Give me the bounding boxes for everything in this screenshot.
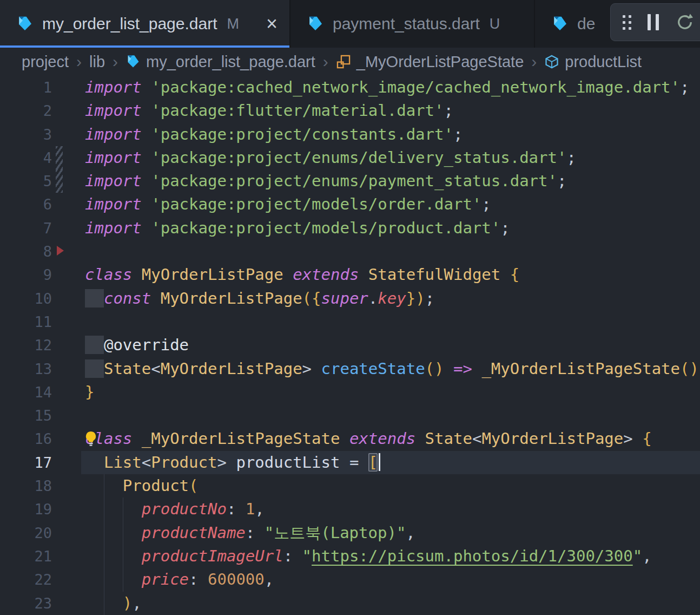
- code-line[interactable]: 10 const MyOrderListPage({super.key});: [0, 287, 700, 310]
- breadcrumb-item-file[interactable]: my_order_list_page.dart: [126, 53, 315, 71]
- gutter[interactable]: 22: [0, 568, 81, 591]
- gutter[interactable]: 14: [0, 381, 81, 404]
- code-content: const MyOrderListPage({super.key});: [81, 287, 700, 310]
- line-number: 3: [0, 123, 52, 146]
- gutter[interactable]: 11: [0, 310, 81, 333]
- indent-guide: [123, 498, 124, 521]
- code-content: [81, 404, 700, 427]
- editor[interactable]: 1import 'package:cached_network_image/ca…: [0, 76, 700, 615]
- code-line[interactable]: 3import 'package:project/constants.dart'…: [0, 123, 700, 146]
- code-line[interactable]: 22 price: 600000,: [0, 568, 700, 591]
- code-content: import 'package:project/enums/delivery_s…: [81, 146, 700, 169]
- chevron-right-icon: ›: [531, 53, 537, 71]
- gutter[interactable]: 15: [0, 404, 81, 427]
- dart-icon: [307, 15, 324, 32]
- line-number: 18: [0, 474, 52, 498]
- code-content: price: 600000,: [81, 568, 700, 591]
- git-modified-stripe: [56, 169, 63, 193]
- code-line[interactable]: 11: [0, 310, 700, 333]
- text-cursor: [379, 453, 380, 471]
- breadcrumb: project › lib › my_order_list_page.dart …: [0, 48, 700, 76]
- code-content: ),: [81, 592, 700, 615]
- code-content: import 'package:project/enums/payment_st…: [81, 169, 700, 193]
- dart-icon: [551, 15, 569, 32]
- code-content: Product(: [81, 474, 700, 498]
- gutter[interactable]: 19: [0, 498, 81, 521]
- gutter[interactable]: 1: [0, 76, 81, 99]
- code-line[interactable]: 8: [0, 240, 700, 263]
- breadcrumb-item-lib[interactable]: lib: [89, 53, 105, 71]
- code-content: }: [81, 381, 700, 404]
- code-line[interactable]: 15: [0, 404, 700, 427]
- code-line[interactable]: 16class _MyOrderListPageState extends St…: [0, 427, 700, 450]
- gutter[interactable]: 18: [0, 474, 81, 498]
- indent-guide: [123, 545, 124, 568]
- line-number: 20: [0, 521, 52, 545]
- code-line[interactable]: 17 List<Product> productList = [: [0, 451, 700, 474]
- code-content: State<MyOrderListPage> createState() => …: [81, 357, 700, 381]
- code-content: [81, 310, 700, 333]
- indent-guide: [123, 521, 124, 545]
- code-line[interactable]: 13 State<MyOrderListPage> createState() …: [0, 357, 700, 381]
- indent-guide: [104, 545, 105, 568]
- gutter[interactable]: 6: [0, 193, 81, 216]
- gutter[interactable]: 7: [0, 217, 81, 240]
- gutter[interactable]: 8: [0, 240, 81, 263]
- gutter[interactable]: 16: [0, 427, 81, 450]
- tab-bar: my_order_list_page.dart M × payment_stat…: [0, 0, 700, 48]
- close-icon[interactable]: ×: [266, 14, 278, 34]
- code-line[interactable]: 2import 'package:flutter/material.dart';: [0, 99, 700, 122]
- breadcrumb-item-project[interactable]: project: [22, 53, 69, 71]
- breadcrumb-item-field[interactable]: productList: [544, 53, 642, 71]
- pause-icon[interactable]: [648, 14, 659, 30]
- chevron-right-icon: ›: [76, 53, 82, 71]
- gutter[interactable]: 5: [0, 169, 81, 193]
- restart-icon[interactable]: [675, 12, 695, 32]
- gutter[interactable]: 23: [0, 592, 81, 615]
- gutter[interactable]: 4: [0, 146, 81, 169]
- code-line[interactable]: 6import 'package:project/models/order.da…: [0, 193, 700, 216]
- code-line[interactable]: 7import 'package:project/models/product.…: [0, 217, 700, 240]
- gutter[interactable]: 9: [0, 263, 81, 286]
- gutter[interactable]: 10: [0, 287, 81, 310]
- code-line[interactable]: 21 productImageUrl: "https://picsum.phot…: [0, 545, 700, 568]
- code-content: class MyOrderListPage extends StatefulWi…: [81, 263, 700, 286]
- gutter[interactable]: 3: [0, 123, 81, 146]
- class-symbol-icon: [336, 54, 351, 69]
- code-content: @override: [81, 333, 700, 357]
- lightbulb-icon[interactable]: [82, 430, 100, 447]
- gutter[interactable]: 2: [0, 99, 81, 122]
- gutter[interactable]: 12: [0, 333, 81, 357]
- code-line[interactable]: 19 productNo: 1,: [0, 498, 700, 521]
- code-line[interactable]: 18 Product(: [0, 474, 700, 498]
- code-line[interactable]: 5import 'package:project/enums/payment_s…: [0, 169, 700, 193]
- gutter[interactable]: 20: [0, 521, 81, 545]
- code-line[interactable]: 12 @override: [0, 333, 700, 357]
- breadcrumb-item-class[interactable]: _MyOrderListPageState: [336, 53, 524, 71]
- line-number: 15: [0, 404, 52, 427]
- gutter[interactable]: 17: [0, 451, 81, 474]
- code-content: [81, 240, 700, 263]
- gutter[interactable]: 13: [0, 357, 81, 381]
- line-number: 16: [0, 427, 52, 450]
- line-number: 4: [0, 146, 52, 169]
- code-line[interactable]: 1import 'package:cached_network_image/ca…: [0, 76, 700, 99]
- tab-my-order-list-page[interactable]: my_order_list_page.dart M ×: [0, 0, 290, 48]
- code-line[interactable]: 4import 'package:project/enums/delivery_…: [0, 146, 700, 169]
- code-line[interactable]: 23 ),: [0, 592, 700, 615]
- code-line[interactable]: 14}: [0, 381, 700, 404]
- line-number: 1: [0, 76, 52, 99]
- line-number: 8: [0, 240, 52, 263]
- code-content: productImageUrl: "https://picsum.photos/…: [81, 545, 700, 568]
- code-line[interactable]: 9class MyOrderListPage extends StatefulW…: [0, 263, 700, 286]
- gutter[interactable]: 21: [0, 545, 81, 568]
- tab-label: my_order_list_page.dart: [42, 15, 217, 33]
- code-content: import 'package:project/models/product.d…: [81, 217, 700, 240]
- code-line[interactable]: 20 productName: "노트북(Laptop)",: [0, 521, 700, 545]
- dart-icon: [126, 54, 141, 69]
- line-number: 5: [0, 169, 52, 193]
- tab-payment-status[interactable]: payment_status.dart U: [290, 0, 535, 48]
- code-content: import 'package:flutter/material.dart';: [81, 99, 700, 122]
- chevron-right-icon: ›: [323, 53, 328, 71]
- drag-handle-icon[interactable]: [623, 15, 631, 30]
